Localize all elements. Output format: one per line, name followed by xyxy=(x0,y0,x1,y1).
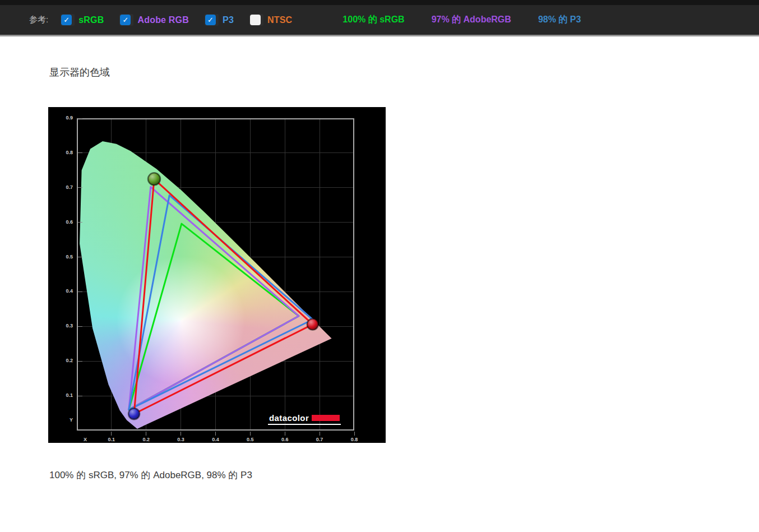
gamut-summary-adobergb: 97% 的 AdobeRGB xyxy=(432,14,511,26)
x-tick-mark xyxy=(215,432,216,436)
srgb-checkbox-wrap: ✓ xyxy=(61,14,75,26)
checkbox-group-ntsc: NTSC xyxy=(249,14,292,26)
x-tick-mark xyxy=(320,432,320,436)
x-tick-label: 0.2 xyxy=(139,437,154,442)
y-tick-label: 0.2 xyxy=(50,358,73,363)
x-tick-mark xyxy=(354,432,355,436)
p3-checkbox-label: P3 xyxy=(223,15,234,25)
y-tick-mark xyxy=(78,292,82,292)
checkbox-group-adobergb: ✓Adobe RGB xyxy=(119,14,189,26)
gamut-triangle-adobe-rgb xyxy=(129,187,299,410)
blue-primary-marker xyxy=(128,408,140,419)
y-tick-label: 0.7 xyxy=(50,184,73,190)
gamut-summary-srgb: 100% 的 sRGB xyxy=(343,14,404,26)
x-axis-label: X xyxy=(84,437,87,442)
ntsc-checkbox-label: NTSC xyxy=(267,15,292,25)
checkbox-group-srgb: ✓sRGB xyxy=(61,14,104,26)
gamut-chart: datacolor 0.10.20.30.40.50.60.70.80.10.2… xyxy=(48,107,386,443)
page-title: 显示器的色域 xyxy=(49,66,759,79)
x-tick-mark xyxy=(285,432,285,436)
y-tick-label: 0.4 xyxy=(50,288,73,294)
y-tick-mark xyxy=(78,326,82,327)
y-tick-mark xyxy=(78,396,82,396)
adobergb-checkbox[interactable]: ✓ xyxy=(120,15,131,25)
y-tick-mark xyxy=(78,361,82,362)
y-tick-label: 0.3 xyxy=(50,323,73,329)
y-tick-label: 0.6 xyxy=(50,219,73,225)
x-tick-label: 0.3 xyxy=(174,437,188,442)
datacolor-logo: datacolor xyxy=(268,414,341,425)
window-top-strip xyxy=(0,0,759,5)
p3-checkbox[interactable]: ✓ xyxy=(205,15,216,25)
page-content: 显示器的色域 datacolor 0.10.20.30.40.50.60.70.… xyxy=(0,66,759,482)
x-tick-mark xyxy=(181,432,181,436)
p3-checkbox-wrap: ✓ xyxy=(205,14,219,26)
x-tick-label: 0.8 xyxy=(347,437,362,442)
gamut-triangle-srgb xyxy=(129,224,299,410)
y-tick-mark xyxy=(78,257,82,257)
datacolor-logo-text: datacolor xyxy=(269,414,309,422)
y-tick-mark xyxy=(78,187,82,188)
gamut-caption: 100% 的 sRGB, 97% 的 AdobeRGB, 98% 的 P3 xyxy=(49,469,759,482)
adobergb-checkbox-wrap: ✓ xyxy=(119,14,133,26)
y-tick-mark xyxy=(78,152,82,153)
gamut-summaries: 100% 的 sRGB97% 的 AdobeRGB98% 的 P3 xyxy=(308,14,581,26)
red-primary-marker xyxy=(307,319,318,330)
chromaticity-overlay xyxy=(48,107,386,443)
reference-checkbox-groups: ✓sRGB✓Adobe RGB✓P3NTSC xyxy=(61,14,308,26)
y-tick-mark xyxy=(78,118,82,119)
x-tick-mark xyxy=(146,432,146,436)
y-tick-label: 0.5 xyxy=(50,254,73,260)
y-tick-label: 0.9 xyxy=(50,115,73,121)
y-tick-label: 0.8 xyxy=(50,150,73,155)
x-tick-label: 0.5 xyxy=(243,437,257,442)
x-tick-label: 0.7 xyxy=(312,437,327,442)
reference-toolbar: 参考: ✓sRGB✓Adobe RGB✓P3NTSC 100% 的 sRGB97… xyxy=(0,5,759,36)
x-tick-label: 0.1 xyxy=(104,437,119,442)
x-tick-label: 0.6 xyxy=(277,437,292,442)
ntsc-checkbox[interactable] xyxy=(250,15,261,25)
green-primary-marker xyxy=(148,173,160,185)
y-tick-mark xyxy=(78,222,82,223)
gamut-triangle-p3 xyxy=(129,195,313,410)
x-tick-mark xyxy=(111,432,112,436)
ntsc-checkbox-wrap xyxy=(249,14,263,26)
y-tick-label: 0.1 xyxy=(50,392,73,398)
y-axis-label: Y xyxy=(50,417,73,423)
datacolor-logo-bar xyxy=(312,415,340,421)
adobergb-checkbox-label: Adobe RGB xyxy=(137,15,189,25)
checkbox-group-p3: ✓P3 xyxy=(205,14,234,26)
srgb-checkbox-label: sRGB xyxy=(78,15,104,25)
reference-label: 参考: xyxy=(29,15,48,25)
x-tick-label: 0.4 xyxy=(209,437,223,442)
srgb-checkbox[interactable]: ✓ xyxy=(61,15,72,25)
gamut-summary-p3: 98% 的 P3 xyxy=(538,14,581,26)
x-tick-mark xyxy=(250,432,251,436)
